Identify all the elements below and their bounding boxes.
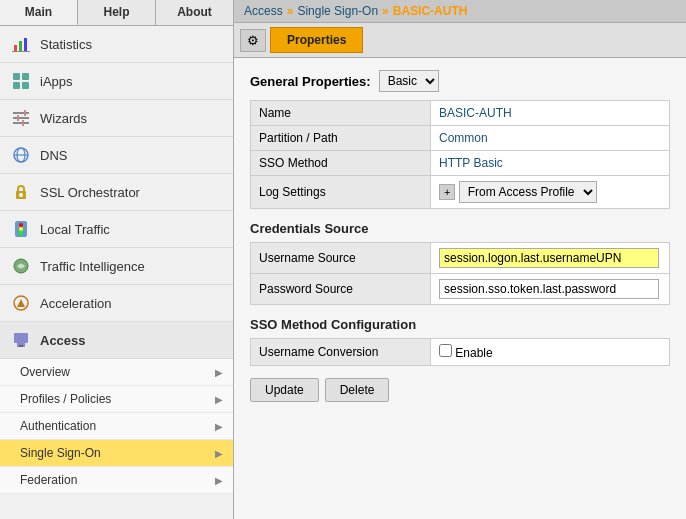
username-label: Username Source <box>251 243 431 274</box>
breadcrumb-sso[interactable]: Single Sign-On <box>297 4 378 18</box>
breadcrumb: Access » Single Sign-On » BASIC-AUTH <box>234 0 686 23</box>
tab-about[interactable]: About <box>156 0 233 25</box>
svg-point-20 <box>19 223 23 227</box>
svg-rect-3 <box>12 51 30 52</box>
svg-point-18 <box>19 193 23 197</box>
enable-label: Enable <box>455 346 492 360</box>
traffic-icon <box>10 218 32 240</box>
svg-rect-12 <box>17 115 19 121</box>
password-source-input[interactable] <box>439 279 659 299</box>
properties-table: Name BASIC-AUTH Partition / Path Common … <box>250 100 670 209</box>
svg-rect-13 <box>22 120 24 126</box>
table-row: SSO Method HTTP Basic <box>251 151 670 176</box>
svg-rect-5 <box>22 73 29 80</box>
credentials-table: Username Source Password Source <box>250 242 670 305</box>
delete-button[interactable]: Delete <box>325 378 390 402</box>
auth-arrow: ▶ <box>215 421 223 432</box>
partition-value: Common <box>431 126 670 151</box>
sidebar-item-acceleration[interactable]: Acceleration <box>0 285 233 322</box>
password-cell <box>431 274 670 305</box>
partition-label: Partition / Path <box>251 126 431 151</box>
federation-arrow: ▶ <box>215 475 223 486</box>
acceleration-label: Acceleration <box>40 296 112 311</box>
gear-icon: ⚙ <box>247 33 259 48</box>
table-row: Password Source <box>251 274 670 305</box>
form-area: General Properties: Basic Name BASIC-AUT… <box>234 58 686 519</box>
traffic-intelligence-label: Traffic Intelligence <box>40 259 145 274</box>
sso-method-value: HTTP Basic <box>431 151 670 176</box>
wizards-label: Wizards <box>40 111 87 126</box>
table-row: Username Source <box>251 243 670 274</box>
table-row: Partition / Path Common <box>251 126 670 151</box>
sidebar-item-iapps[interactable]: iApps <box>0 63 233 100</box>
wizards-icon <box>10 107 32 129</box>
submenu-item-profiles-policies[interactable]: Profiles / Policies ▶ <box>0 386 233 413</box>
dns-label: DNS <box>40 148 67 163</box>
sidebar-item-access[interactable]: Access <box>0 322 233 359</box>
breadcrumb-sep2: » <box>382 4 389 18</box>
chart-icon <box>10 33 32 55</box>
sidebar-item-statistics[interactable]: Statistics <box>0 26 233 63</box>
svg-rect-7 <box>22 82 29 89</box>
svg-rect-11 <box>24 110 26 116</box>
breadcrumb-sep1: » <box>287 4 294 18</box>
log-settings-plus-button[interactable]: + <box>439 184 455 200</box>
action-buttons: Update Delete <box>250 378 670 402</box>
enable-checkbox[interactable] <box>439 344 452 357</box>
submenu-item-authentication[interactable]: Authentication ▶ <box>0 413 233 440</box>
username-cell <box>431 243 670 274</box>
update-button[interactable]: Update <box>250 378 319 402</box>
sidebar-item-ssl-orchestrator[interactable]: SSL Orchestrator <box>0 174 233 211</box>
acceleration-icon <box>10 292 32 314</box>
sidebar: Main Help About Statistics iApps Wizards <box>0 0 234 519</box>
svg-point-21 <box>19 227 23 231</box>
sidebar-item-traffic-intelligence[interactable]: Traffic Intelligence <box>0 248 233 285</box>
access-icon <box>10 329 32 351</box>
statistics-label: Statistics <box>40 37 92 52</box>
submenu-item-single-sign-on[interactable]: Single Sign-On ▶ <box>0 440 233 467</box>
local-traffic-label: Local Traffic <box>40 222 110 237</box>
iapps-icon <box>10 70 32 92</box>
tab-bar: ⚙ Properties <box>234 23 686 58</box>
properties-tab[interactable]: Properties <box>270 27 363 53</box>
breadcrumb-access[interactable]: Access <box>244 4 283 18</box>
ssl-icon <box>10 181 32 203</box>
username-conversion-cell: Enable <box>431 339 670 366</box>
intelligence-icon <box>10 255 32 277</box>
username-source-input[interactable] <box>439 248 659 268</box>
svg-rect-8 <box>13 112 29 114</box>
svg-rect-1 <box>19 41 22 51</box>
access-label: Access <box>40 333 86 348</box>
submenu-item-overview[interactable]: Overview ▶ <box>0 359 233 386</box>
tab-main[interactable]: Main <box>0 0 78 25</box>
general-properties-label: General Properties: <box>250 74 371 89</box>
log-settings-label: Log Settings <box>251 176 431 209</box>
svg-rect-6 <box>13 82 20 89</box>
svg-rect-2 <box>24 38 27 51</box>
sidebar-item-local-traffic[interactable]: Local Traffic <box>0 211 233 248</box>
submenu-item-federation[interactable]: Federation ▶ <box>0 467 233 494</box>
password-label: Password Source <box>251 274 431 305</box>
ssl-label: SSL Orchestrator <box>40 185 140 200</box>
log-settings-dropdown[interactable]: From Access Profile <box>459 181 597 203</box>
basic-select[interactable]: Basic <box>379 70 439 92</box>
credentials-section-header: Credentials Source <box>250 221 670 236</box>
table-row: Log Settings + From Access Profile <box>251 176 670 209</box>
tab-help[interactable]: Help <box>78 0 156 25</box>
dns-icon <box>10 144 32 166</box>
svg-rect-10 <box>13 122 29 124</box>
name-label: Name <box>251 101 431 126</box>
sidebar-item-wizards[interactable]: Wizards <box>0 100 233 137</box>
sso-arrow: ▶ <box>215 448 223 459</box>
sso-config-section-header: SSO Method Configuration <box>250 317 670 332</box>
sidebar-tab-bar: Main Help About <box>0 0 233 26</box>
svg-rect-0 <box>14 45 17 51</box>
sso-method-label: SSO Method <box>251 151 431 176</box>
breadcrumb-current: BASIC-AUTH <box>393 4 468 18</box>
sso-method-table: Username Conversion Enable <box>250 338 670 366</box>
svg-rect-9 <box>13 117 29 119</box>
general-properties-header: General Properties: Basic <box>250 70 670 92</box>
gear-button[interactable]: ⚙ <box>240 29 266 52</box>
sidebar-item-dns[interactable]: DNS <box>0 137 233 174</box>
svg-rect-25 <box>14 333 28 343</box>
